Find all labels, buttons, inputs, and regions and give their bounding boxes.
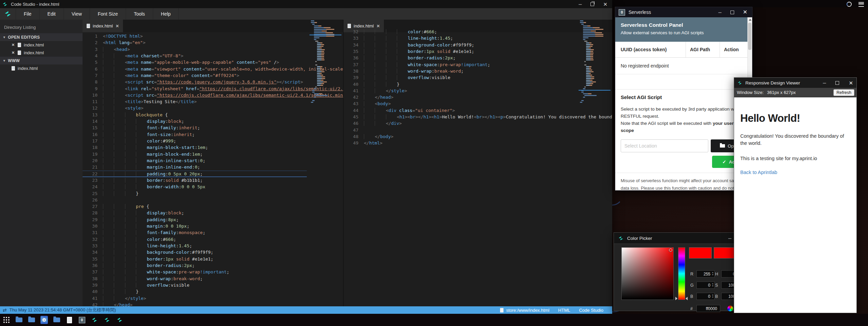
code-line[interactable]: 21 margin-inline-end:0; bbox=[83, 164, 343, 170]
tab-close-icon[interactable]: ✕ bbox=[116, 24, 119, 28]
code-line[interactable]: 29 padding:8px; bbox=[83, 216, 343, 223]
close-button[interactable]: ✕ bbox=[603, 2, 607, 7]
code-studio-icon[interactable] bbox=[103, 316, 111, 324]
title-bar[interactable]: 0 Serverless ─ ✕ bbox=[615, 7, 752, 17]
code-line[interactable]: 10 <script src="https://cdnjs.cloudflare… bbox=[83, 92, 343, 98]
code-line[interactable]: 36 border-radius:2px; bbox=[343, 55, 612, 61]
code-line[interactable]: 35 border:1px solid #e1e1e1; bbox=[343, 48, 612, 55]
close-button[interactable]: ✕ bbox=[743, 9, 747, 15]
code-line[interactable]: 44 <div class="ui container"> bbox=[343, 107, 612, 114]
folder-icon[interactable] bbox=[28, 316, 35, 324]
minimap[interactable] bbox=[580, 20, 609, 103]
color-cursor[interactable] bbox=[669, 248, 672, 252]
code-line[interactable]: 32 color:#666; bbox=[83, 236, 343, 243]
code-line[interactable]: 39 overflow:visible bbox=[83, 282, 343, 288]
folder-icon[interactable] bbox=[53, 316, 60, 324]
code-line[interactable]: 15 font-family:inherit; bbox=[83, 124, 343, 131]
code-line[interactable]: 33 line-height:1.45; bbox=[343, 35, 612, 41]
code-line[interactable]: 38 word-wrap:break-word; bbox=[83, 275, 343, 282]
code-line[interactable]: 39 overflow:visible bbox=[343, 74, 612, 81]
saturation-value-area[interactable] bbox=[621, 247, 674, 300]
code-line[interactable]: 18 margin-block-start:1em; bbox=[83, 144, 343, 151]
code-line[interactable]: 8 <script src="https://code.jquery.com/j… bbox=[83, 79, 343, 85]
code-line[interactable]: 42 </head> bbox=[343, 94, 612, 100]
minimap[interactable] bbox=[311, 20, 340, 103]
hue-slider[interactable] bbox=[678, 247, 685, 300]
code-line[interactable]: 35 border:1px solid #e1e1e1; bbox=[83, 256, 343, 262]
code-line[interactable]: 43 <body> bbox=[343, 100, 612, 107]
serverless-app-icon[interactable]: 0 bbox=[78, 316, 86, 324]
code-line[interactable]: 27 pre { bbox=[83, 203, 343, 210]
code-line[interactable]: 26 bbox=[83, 197, 343, 203]
menu-font-size[interactable]: Font Size bbox=[90, 8, 126, 20]
sync-icon[interactable]: ⇄ bbox=[3, 307, 7, 313]
maximize-button[interactable] bbox=[835, 81, 839, 85]
sidebar-section-www[interactable]: ▾WWW bbox=[0, 57, 83, 64]
code-line[interactable]: 42 </head> bbox=[83, 302, 343, 306]
code-line[interactable]: 30 margin:0 0 10px; bbox=[83, 223, 343, 229]
hex-input[interactable]: ff0000 bbox=[696, 305, 720, 312]
code-line[interactable]: 28 display:block; bbox=[83, 210, 343, 216]
close-button[interactable]: ✕ bbox=[849, 80, 853, 85]
app-grid-icon[interactable] bbox=[3, 316, 10, 324]
hue-marker-right-icon[interactable] bbox=[686, 297, 688, 300]
code-line[interactable]: 49</html> bbox=[343, 140, 612, 146]
code-line[interactable]: 22 padding:0 5px 0 20px; bbox=[83, 171, 307, 177]
folder-cd-icon[interactable] bbox=[40, 316, 48, 324]
sidebar-item-index.html[interactable]: index.html bbox=[0, 64, 83, 72]
code-line[interactable]: 31 font-family:monospace; bbox=[83, 229, 343, 236]
code-line[interactable]: 16 font-size:inherit; bbox=[83, 131, 343, 138]
code-line[interactable]: 37 white-space:pre-wrap!important; bbox=[343, 61, 612, 68]
title-bar[interactable]: Code Studio - index.html ─ ✕ bbox=[0, 0, 612, 8]
scrollbar-thumb[interactable] bbox=[748, 23, 751, 50]
minimize-button[interactable]: ─ bbox=[579, 2, 582, 6]
minimize-button[interactable]: ─ bbox=[718, 10, 721, 15]
folder-icon[interactable] bbox=[15, 316, 23, 324]
code-line[interactable]: 5 <meta name="apple-mobile-web-app-capab… bbox=[83, 59, 343, 65]
code-line[interactable]: 13 blockquote { bbox=[83, 112, 343, 118]
code-line[interactable]: 14 display:block; bbox=[83, 118, 343, 124]
B-value-input[interactable]: 0▲▼ bbox=[696, 293, 715, 300]
menu-icon[interactable] bbox=[858, 2, 864, 7]
title-bar[interactable]: Responsive Design Viewer ─ ✕ bbox=[734, 78, 856, 88]
script-location-input[interactable] bbox=[621, 139, 708, 152]
stepper-icon[interactable]: ▲▼ bbox=[712, 294, 714, 299]
code-line[interactable]: 25 } bbox=[83, 190, 343, 197]
tab-close-icon[interactable]: ✕ bbox=[376, 24, 380, 28]
R-value-input[interactable]: 255▲▼ bbox=[696, 270, 715, 277]
restore-button[interactable] bbox=[590, 2, 594, 6]
sidebar-section-open-editors[interactable]: ▾OPEN EDITORS bbox=[0, 33, 83, 41]
code-line[interactable]: 38 word-wrap:break-word; bbox=[343, 68, 612, 74]
code-line[interactable]: 33 line-height:1.45; bbox=[83, 243, 343, 249]
code-line[interactable]: 12 <style> bbox=[83, 105, 343, 111]
code-line[interactable]: 40 } bbox=[83, 288, 343, 295]
code-studio-icon[interactable] bbox=[91, 316, 98, 324]
status-language[interactable]: HTML bbox=[558, 308, 570, 313]
code-line[interactable]: 41 </style> bbox=[343, 88, 612, 94]
scroll-up-icon[interactable] bbox=[749, 19, 751, 21]
back-to-aprintlab-link[interactable]: Back to Aprintlab bbox=[740, 170, 777, 175]
menu-file[interactable]: File bbox=[16, 8, 40, 20]
code-line[interactable]: 2<html lang="en"> bbox=[83, 39, 343, 46]
code-line[interactable]: 40 } bbox=[343, 81, 612, 88]
code-line[interactable]: 37 white-space:pre-wrap!important; bbox=[83, 269, 343, 275]
code-line[interactable]: 36 border-radius:2px; bbox=[83, 262, 343, 269]
color-wheel-icon[interactable] bbox=[727, 306, 733, 311]
code-studio-icon[interactable] bbox=[116, 316, 123, 324]
code-line[interactable]: 17 color:#999; bbox=[83, 138, 343, 144]
code-line[interactable]: 19 margin-block-end:1em; bbox=[83, 151, 343, 157]
code-line[interactable]: 48 </body> bbox=[343, 133, 612, 140]
status-file-path[interactable]: store:/www/index.html bbox=[506, 308, 549, 313]
document-icon[interactable] bbox=[66, 316, 73, 324]
code-lines[interactable]: 32 color:#666;33 line-height:1.45;34 bac… bbox=[343, 28, 612, 147]
hue-marker-left-icon[interactable] bbox=[675, 297, 677, 300]
code-lines[interactable]: 1<!DOCTYPE html>2<html lang="en">3 <head… bbox=[83, 33, 343, 306]
code-line[interactable]: 7 <meta name="theme-color" content="#ff9… bbox=[83, 72, 343, 79]
editor-pane-2[interactable]: index.html ✕ 32 color:#666;33 line-heigh… bbox=[343, 20, 612, 306]
code-line[interactable]: 45 <h1><br></h1><h1>Hello World!<br></h1… bbox=[343, 114, 612, 120]
refresh-button[interactable]: Refresh bbox=[833, 89, 854, 96]
code-line[interactable]: 34 background-color:#f9f9f9; bbox=[83, 249, 343, 255]
code-line[interactable]: 24 border-width:0 0 0 5px bbox=[83, 184, 343, 190]
code-line[interactable]: 6 <meta name="viewport" content="user-sc… bbox=[83, 66, 343, 72]
code-line[interactable]: 32 color:#666; bbox=[343, 28, 612, 35]
